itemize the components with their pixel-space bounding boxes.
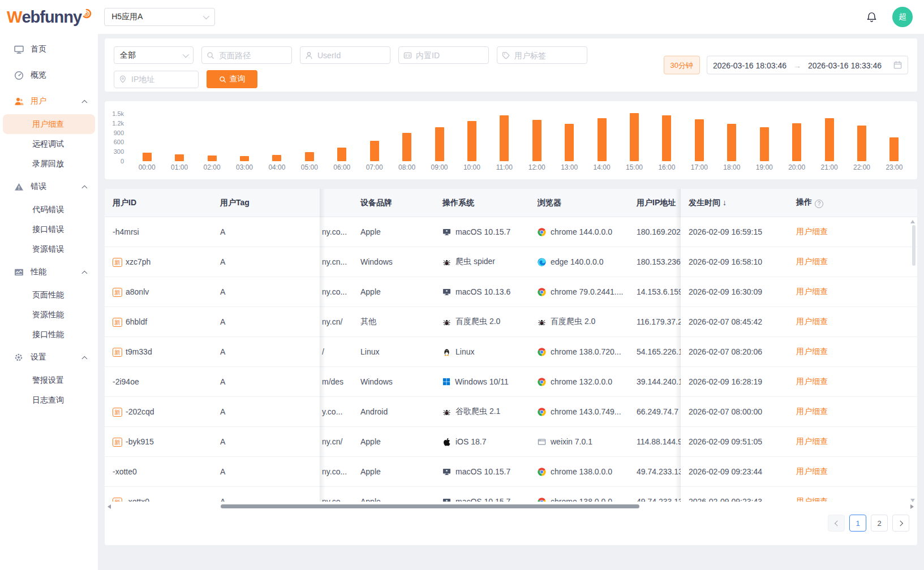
sidebar-subitem[interactable]: 代码错误 bbox=[3, 200, 95, 219]
sidebar-item-0[interactable]: 首页 bbox=[0, 36, 98, 62]
user-detail-link[interactable]: 用户细查 bbox=[796, 437, 828, 446]
range-arrow: → bbox=[793, 61, 801, 70]
bar-slot bbox=[553, 108, 585, 161]
sidebar-subitem[interactable]: 用户细查 bbox=[3, 114, 95, 134]
sidebar-item-3[interactable]: 错误 bbox=[0, 174, 98, 200]
sidebar-item-5[interactable]: 设置 bbox=[0, 344, 98, 370]
device-brand-cell: Apple bbox=[353, 497, 435, 502]
user-detail-link[interactable]: 用户细查 bbox=[796, 377, 828, 386]
builtin-id-input[interactable] bbox=[398, 46, 489, 64]
os-label: macOS 10.15.7 bbox=[455, 467, 510, 476]
hscroll-right-arrow-icon[interactable] bbox=[910, 504, 914, 509]
sidebar-subitem-label: 日志查询 bbox=[32, 395, 64, 405]
sidebar-subitem[interactable]: 资源性能 bbox=[3, 305, 95, 325]
column-header-label: 用户IP地址 bbox=[637, 198, 676, 207]
chart-bar bbox=[337, 148, 346, 161]
user-detail-link[interactable]: 用户细查 bbox=[796, 317, 828, 326]
chrome-icon bbox=[538, 378, 546, 386]
page-button-1[interactable]: 1 bbox=[849, 515, 866, 532]
quick-range-chip[interactable]: 30分钟 bbox=[664, 56, 700, 75]
column-header: 用户IP地址 bbox=[629, 198, 681, 208]
time-cell: 2026-02-07 08:45:42 bbox=[681, 317, 788, 326]
sidebar-item-4[interactable]: 性能 bbox=[0, 259, 98, 285]
vscroll-up-arrow-icon[interactable] bbox=[910, 220, 915, 223]
query-button[interactable]: 查询 bbox=[207, 70, 257, 88]
sidebar-subitem[interactable]: 接口错误 bbox=[3, 219, 95, 239]
user-tag-input[interactable] bbox=[497, 46, 587, 64]
project-select-value: H5应用A bbox=[111, 12, 143, 22]
table-row: 新-202cqdAy.co...Android谷歌爬虫 2.1chrome 14… bbox=[105, 397, 917, 427]
top-header: Webfunny H5应用A 超 bbox=[0, 0, 924, 34]
prev-page-button[interactable] bbox=[828, 515, 845, 532]
sidebar-subitem[interactable]: 接口性能 bbox=[3, 325, 95, 344]
sidebar-item-2[interactable]: 用户 bbox=[0, 88, 98, 114]
date-range-picker[interactable]: 2026-03-16 18:03:46 → 2026-03-16 18:33:4… bbox=[707, 56, 908, 75]
table-body: -h4mrsiAny.co...ApplemacOS 10.15.7chrome… bbox=[105, 217, 917, 502]
user-detail-link[interactable]: 用户细查 bbox=[796, 467, 828, 476]
bar-slot bbox=[488, 108, 521, 161]
next-page-button[interactable] bbox=[892, 515, 909, 532]
sidebar-subitem-label: 页面性能 bbox=[32, 290, 64, 300]
os-cell: Linux bbox=[435, 347, 530, 356]
sidebar-subitem[interactable]: 警报设置 bbox=[3, 370, 95, 390]
bar-slot bbox=[423, 108, 455, 161]
user-detail-link[interactable]: 用户细查 bbox=[796, 227, 828, 236]
os-label: 谷歌爬虫 2.1 bbox=[455, 407, 500, 417]
user-detail-link[interactable]: 用户细查 bbox=[796, 287, 828, 296]
chart-bar bbox=[662, 115, 671, 161]
browser-label: chrome 138.0.0.0 bbox=[551, 497, 612, 502]
device-brand-cell: 其他 bbox=[353, 317, 435, 327]
avatar-text: 超 bbox=[899, 12, 906, 22]
user-detail-link[interactable]: 用户细查 bbox=[796, 407, 828, 416]
tag-icon bbox=[502, 51, 510, 59]
browser-label: chrome 138.0.0.0 bbox=[551, 467, 612, 476]
table-row: -xotte0Any.co...ApplemacOS 10.15.7chrome… bbox=[105, 457, 917, 487]
notification-bell-icon[interactable] bbox=[866, 11, 878, 23]
user-ip-cell: 49.74.233.13 bbox=[629, 497, 681, 502]
sidebar-subitem[interactable]: 远程调试 bbox=[3, 134, 95, 154]
main-content: 全部 bbox=[98, 34, 924, 570]
horizontal-scrollbar-thumb[interactable] bbox=[221, 504, 639, 508]
sidebar-item-label: 用户 bbox=[31, 96, 46, 106]
user-id-text: -2i94oe bbox=[113, 377, 139, 386]
hscroll-left-arrow-icon[interactable] bbox=[108, 504, 111, 509]
bar-slot bbox=[586, 108, 618, 161]
x-tick-label: 01:00 bbox=[163, 163, 195, 171]
user-avatar[interactable]: 超 bbox=[892, 7, 913, 27]
os-cell: Windows 10/11 bbox=[435, 377, 530, 386]
x-tick-label: 13:00 bbox=[553, 163, 585, 171]
sidebar-subitem[interactable]: 录屏回放 bbox=[3, 154, 95, 174]
page-url-cell: y.co... bbox=[320, 407, 353, 416]
chart-bar bbox=[598, 118, 607, 161]
chart-bar bbox=[208, 156, 217, 161]
user-id-text: -byk915 bbox=[126, 437, 154, 446]
x-tick-label: 18:00 bbox=[716, 163, 748, 171]
user-table-panel: 用户ID用户Tag设备品牌操作系统浏览器用户IP地址发生时间↓操作? -h4mr… bbox=[105, 189, 917, 545]
page-button-2[interactable]: 2 bbox=[871, 515, 888, 532]
column-header[interactable]: 发生时间↓ bbox=[681, 198, 788, 208]
sidebar-subitem[interactable]: 页面性能 bbox=[3, 285, 95, 305]
chart-bar bbox=[760, 127, 769, 161]
user-detail-link[interactable]: 用户细查 bbox=[796, 496, 828, 502]
type-select[interactable]: 全部 bbox=[114, 46, 194, 64]
page-path-input[interactable] bbox=[201, 46, 292, 64]
sort-descending-icon[interactable]: ↓ bbox=[723, 198, 727, 207]
user-id-text: a8onlv bbox=[126, 287, 149, 296]
project-select[interactable]: H5应用A bbox=[104, 8, 215, 26]
os-label: macOS 10.13.6 bbox=[455, 287, 510, 296]
vscroll-down-arrow-icon[interactable] bbox=[910, 499, 915, 502]
vertical-scrollbar-thumb[interactable] bbox=[912, 225, 916, 266]
user-id-cell: 新-202cqd bbox=[105, 407, 212, 417]
sidebar-item-1[interactable]: 概览 bbox=[0, 62, 98, 88]
x-tick-label: 08:00 bbox=[390, 163, 423, 171]
userid-input[interactable] bbox=[300, 46, 390, 64]
column-header-label: 操作 bbox=[796, 197, 812, 206]
y-tick-label: 300 bbox=[114, 148, 124, 155]
table-row: 新xzc7phAny.cn...Windows爬虫 spideredge 140… bbox=[105, 247, 917, 277]
help-icon[interactable]: ? bbox=[815, 200, 823, 208]
user-detail-link[interactable]: 用户细查 bbox=[796, 347, 828, 356]
user-detail-link[interactable]: 用户细查 bbox=[796, 257, 828, 266]
sidebar-subitem[interactable]: 资源错误 bbox=[3, 239, 95, 259]
table-row: -2i94oeAm/desWindowsWindows 10/11chrome … bbox=[105, 367, 917, 397]
sidebar-subitem[interactable]: 日志查询 bbox=[3, 390, 95, 410]
